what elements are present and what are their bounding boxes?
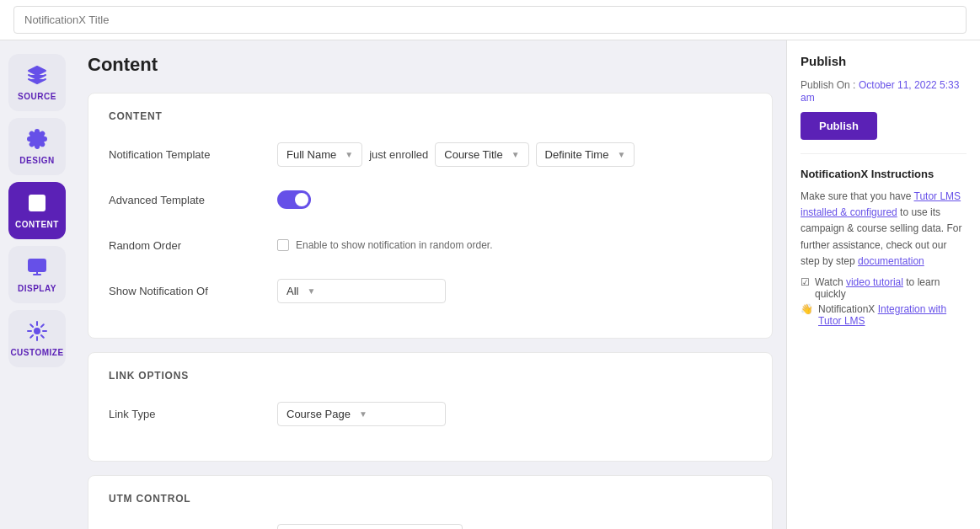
random-order-label: Random Order bbox=[109, 239, 277, 252]
notification-template-row: Notification Template Full Name ▼ just e… bbox=[109, 139, 752, 169]
link-type-label: Link Type bbox=[109, 408, 277, 420]
link-options-section-title: LINK OPTIONS bbox=[109, 370, 752, 382]
sidebar-customize-label: CUSTOMIZE bbox=[10, 348, 63, 357]
link-options-section: LINK OPTIONS Link Type Course Page ▼ bbox=[88, 352, 773, 462]
publish-on-row: Publish On : October 11, 2022 5:33 am bbox=[801, 78, 967, 104]
content-area: Content CONTENT Notification Template Fu… bbox=[74, 40, 786, 529]
advanced-template-label: Advanced Template bbox=[109, 194, 277, 206]
template-coursetitle-value: Course Title bbox=[444, 148, 502, 161]
video-tutorial-link[interactable]: video tutorial bbox=[846, 276, 903, 288]
template-definitetime-value: Definite Time bbox=[545, 148, 609, 161]
notification-template-label: Notification Template bbox=[109, 148, 277, 161]
advanced-template-toggle[interactable] bbox=[277, 190, 311, 209]
template-definitetime-select[interactable]: Definite Time ▼ bbox=[536, 142, 635, 167]
video-tutorial-text: Watch video tutorial to learn quickly bbox=[815, 276, 967, 300]
random-order-checkbox-label: Enable to show notification in random or… bbox=[296, 239, 492, 251]
chevron-down-icon-2: ▼ bbox=[511, 150, 520, 159]
link-type-control: Course Page ▼ bbox=[277, 402, 752, 426]
campaign-row: Campaign bbox=[109, 521, 752, 529]
wave-emoji-icon: 👋 bbox=[801, 303, 813, 315]
sidebar-item-customize[interactable]: CUSTOMIZE bbox=[8, 310, 66, 367]
sidebar-display-label: DISPLAY bbox=[18, 284, 56, 293]
documentation-link[interactable]: documentation bbox=[858, 255, 924, 267]
chevron-down-icon-4: ▼ bbox=[307, 286, 315, 296]
layers-icon bbox=[27, 65, 47, 88]
top-bar bbox=[0, 0, 980, 40]
notification-title-input[interactable] bbox=[13, 6, 967, 34]
content-section: CONTENT Notification Template Full Name … bbox=[88, 93, 773, 339]
advanced-template-toggle-wrap bbox=[277, 190, 311, 209]
right-panel: Publish Publish On : October 11, 2022 5:… bbox=[786, 40, 980, 529]
random-order-control: Enable to show notification in random or… bbox=[277, 239, 752, 251]
link-type-row: Link Type Course Page ▼ bbox=[109, 398, 752, 429]
chevron-down-icon: ▼ bbox=[345, 150, 353, 159]
template-enrolled-text: just enrolled bbox=[369, 148, 428, 161]
monitor-icon bbox=[27, 257, 47, 281]
sidebar-item-content[interactable]: CONTENT bbox=[8, 182, 66, 239]
instructions-text: Make sure that you have Tutor LMS instal… bbox=[801, 189, 967, 270]
tutor-lms-link[interactable]: Tutor LMS installed & configured bbox=[801, 190, 961, 218]
show-notification-of-select[interactable]: All ▼ bbox=[277, 279, 446, 303]
sidebar-item-display[interactable]: DISPLAY bbox=[8, 246, 66, 303]
template-coursetitle-select[interactable]: Course Title ▼ bbox=[435, 142, 528, 167]
utm-control-section-title: UTM CONTROL bbox=[109, 493, 752, 505]
video-tutorial-row: ☑ Watch video tutorial to learn quickly bbox=[801, 276, 967, 300]
file-icon bbox=[27, 193, 47, 216]
sidebar-content-label: CONTENT bbox=[15, 220, 59, 229]
chevron-down-icon-5: ▼ bbox=[359, 409, 367, 419]
instructions-title: NotificationX Instructions bbox=[801, 168, 967, 180]
show-notification-of-control: All ▼ bbox=[277, 279, 752, 303]
link-type-value: Course Page bbox=[287, 408, 351, 420]
page-title: Content bbox=[88, 54, 773, 76]
integration-row: 👋 NotificationX Integration with Tutor L… bbox=[801, 303, 967, 327]
sidebar-source-label: SOURCE bbox=[18, 92, 56, 101]
sidebar-design-label: DESIGN bbox=[19, 156, 54, 165]
advanced-template-control bbox=[277, 190, 752, 209]
show-notification-of-value: All bbox=[287, 285, 298, 297]
panel-divider bbox=[801, 153, 967, 154]
integration-text: NotificationX Integration with Tutor LMS bbox=[818, 303, 967, 327]
utm-control-section: UTM CONTROL Campaign Medium Source bbox=[88, 475, 773, 529]
integration-link[interactable]: Integration with Tutor LMS bbox=[818, 303, 946, 327]
template-fullname-value: Full Name bbox=[287, 148, 336, 161]
random-order-checkbox-row: Enable to show notification in random or… bbox=[277, 239, 492, 251]
chevron-down-icon-3: ▼ bbox=[617, 150, 625, 159]
publish-button[interactable]: Publish bbox=[801, 112, 877, 140]
gear-icon bbox=[27, 321, 47, 345]
sidebar: SOURCE DESIGN CONTENT DISPLAY bbox=[0, 40, 74, 529]
brush-icon bbox=[27, 129, 47, 152]
campaign-input[interactable] bbox=[277, 524, 463, 530]
campaign-control bbox=[277, 524, 752, 530]
checkbox-watch-icon: ☑ bbox=[801, 276, 810, 288]
advanced-template-row: Advanced Template bbox=[109, 184, 752, 215]
content-section-title: CONTENT bbox=[109, 110, 752, 122]
show-notification-of-row: Show Notification Of All ▼ bbox=[109, 275, 752, 306]
sidebar-item-source[interactable]: SOURCE bbox=[8, 54, 66, 111]
publish-on-label: Publish On : bbox=[801, 79, 855, 91]
template-fullname-select[interactable]: Full Name ▼ bbox=[277, 142, 362, 167]
random-order-checkbox[interactable] bbox=[277, 239, 289, 251]
main-layout: SOURCE DESIGN CONTENT DISPLAY bbox=[0, 40, 980, 529]
svg-point-8 bbox=[35, 329, 40, 334]
svg-rect-5 bbox=[29, 259, 46, 271]
show-notification-of-label: Show Notification Of bbox=[109, 285, 277, 297]
sidebar-item-design[interactable]: DESIGN bbox=[8, 118, 66, 175]
link-type-select[interactable]: Course Page ▼ bbox=[277, 402, 446, 426]
publish-title: Publish bbox=[801, 54, 967, 68]
notification-template-control: Full Name ▼ just enrolled Course Title ▼… bbox=[277, 142, 752, 167]
random-order-row: Random Order Enable to show notification… bbox=[109, 230, 752, 260]
